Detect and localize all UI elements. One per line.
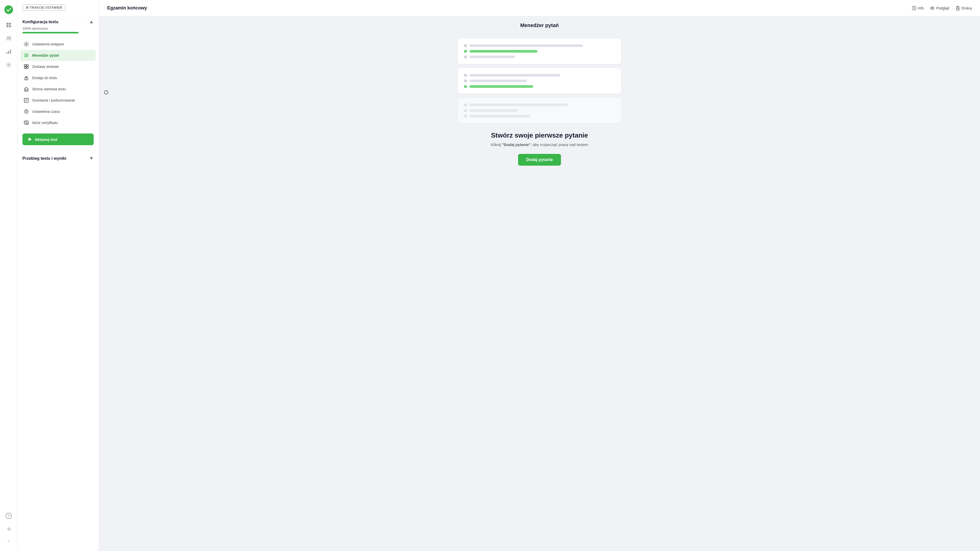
sidebar-item-users[interactable] bbox=[3, 33, 14, 44]
icon-bar: ? » bbox=[0, 0, 18, 551]
nav-item-start-page[interactable]: Strona startowa testu bbox=[21, 83, 96, 95]
eye-icon bbox=[930, 6, 935, 10]
sidebar-item-grid[interactable] bbox=[3, 19, 14, 30]
sidebar: W TRAKCIE USTAWIEŃ Konfiguracja testu ▲ … bbox=[18, 0, 99, 551]
section1-title: Konfiguracja testu bbox=[22, 20, 58, 24]
svg-point-26 bbox=[26, 79, 27, 80]
ph-dot-6 bbox=[464, 109, 467, 112]
sidebar-item-help[interactable]: ? bbox=[3, 510, 14, 521]
clock-icon bbox=[24, 109, 29, 114]
topbar: Egzamin końcowy Info Podgląd bbox=[99, 0, 980, 16]
placeholder-card-1 bbox=[458, 38, 621, 64]
section1-header[interactable]: Konfiguracja testu ▲ bbox=[18, 19, 99, 24]
ph-line-green-1 bbox=[469, 50, 538, 53]
svg-point-41 bbox=[932, 7, 933, 9]
ph-dot-green-2 bbox=[464, 85, 467, 88]
svg-rect-28 bbox=[24, 98, 28, 102]
add-question-button[interactable]: Dodaj pytanie bbox=[518, 154, 561, 166]
ph-line-3 bbox=[469, 74, 560, 76]
ph-line-6 bbox=[469, 109, 518, 112]
svg-text:?: ? bbox=[7, 514, 10, 518]
svg-rect-3 bbox=[6, 25, 8, 27]
sidebar-item-settings[interactable] bbox=[3, 59, 14, 70]
collapse-icon[interactable]: » bbox=[6, 537, 12, 545]
print-icon bbox=[956, 6, 960, 10]
section2-header[interactable]: Przebieg testu i wyniki ▼ bbox=[18, 151, 99, 163]
lock-icon bbox=[24, 75, 29, 81]
info-label: Info bbox=[918, 6, 924, 10]
desc-bold: "Dodaj pytanie" bbox=[502, 142, 531, 147]
grid-icon bbox=[24, 64, 29, 69]
ph-line-1 bbox=[469, 45, 583, 47]
svg-rect-4 bbox=[9, 25, 11, 27]
progress-area: 100% ukończono bbox=[18, 24, 99, 38]
progress-bar-bg bbox=[22, 32, 79, 33]
status-badge: W TRAKCIE USTAWIEŃ bbox=[22, 5, 65, 11]
svg-marker-36 bbox=[29, 137, 32, 141]
section2-toggle[interactable]: ▼ bbox=[89, 156, 94, 161]
nav-item-grading[interactable]: Ocenianie i podsumowanie bbox=[21, 95, 96, 106]
info-icon bbox=[912, 6, 916, 10]
center-area: Stwórz swoje pierwsze pytanie Kliknij "D… bbox=[99, 32, 980, 551]
activate-test-button[interactable]: Aktywuj test bbox=[22, 134, 94, 145]
nav-label-test-access: Dostęp do testu bbox=[32, 76, 57, 80]
nav-label-start-page: Strona startowa testu bbox=[32, 87, 66, 91]
section2-title: Przebieg testu i wyniki bbox=[22, 156, 66, 161]
svg-point-40 bbox=[931, 7, 934, 10]
sidebar-header: W TRAKCIE USTAWIEŃ bbox=[18, 0, 99, 18]
ph-line-5 bbox=[469, 104, 568, 106]
svg-point-18 bbox=[25, 54, 26, 55]
print-label: Drukuj bbox=[962, 6, 972, 10]
svg-rect-2 bbox=[9, 23, 11, 25]
empty-state-description: Kliknij "Dodaj pytanie", aby rozpocząć p… bbox=[491, 142, 588, 147]
page-header: Menedżer pytań bbox=[99, 16, 980, 32]
sidebar-item-back[interactable] bbox=[3, 524, 14, 535]
ph-dot-3 bbox=[464, 74, 467, 77]
svg-rect-42 bbox=[956, 9, 959, 10]
svg-point-14 bbox=[25, 43, 27, 45]
nav-label-question-manager: Menedżer pytań bbox=[32, 53, 59, 57]
preview-action[interactable]: Podgląd bbox=[930, 6, 949, 10]
nav-item-test-access[interactable]: Dostęp do testu bbox=[21, 72, 96, 83]
section1-toggle[interactable]: ▲ bbox=[89, 19, 94, 24]
placeholder-cards bbox=[458, 38, 621, 123]
svg-rect-1 bbox=[6, 23, 8, 25]
ph-dot-green-1 bbox=[464, 50, 467, 53]
print-action[interactable]: Drukuj bbox=[956, 6, 972, 10]
svg-rect-8 bbox=[8, 51, 9, 54]
nav-item-initial-settings[interactable]: Ustawienia wstępne bbox=[21, 38, 96, 50]
nav-item-certificate[interactable]: Wzór certyfikatu bbox=[21, 117, 96, 128]
svg-point-39 bbox=[914, 7, 915, 7]
svg-rect-27 bbox=[25, 89, 27, 91]
ph-dot-4 bbox=[464, 80, 467, 83]
placeholder-card-3 bbox=[458, 98, 621, 123]
play-icon bbox=[27, 137, 32, 142]
info-action[interactable]: Info bbox=[912, 6, 924, 10]
svg-rect-24 bbox=[27, 67, 28, 68]
svg-rect-23 bbox=[24, 67, 26, 68]
sidebar-item-analytics[interactable] bbox=[3, 46, 14, 57]
certificate-icon bbox=[24, 120, 29, 126]
svg-point-0 bbox=[4, 5, 13, 14]
page-area: Menedżer pytań bbox=[99, 16, 980, 551]
main-content: Egzamin końcowy Info Podgląd bbox=[99, 0, 980, 551]
activate-btn-label: Aktywuj test bbox=[35, 137, 57, 142]
nav-item-question-manager[interactable]: Menedżer pytań bbox=[21, 50, 96, 61]
nav-label-grading: Ocenianie i podsumowanie bbox=[32, 98, 75, 102]
logo[interactable] bbox=[3, 4, 14, 15]
page-title: Menedżer pytań bbox=[111, 22, 968, 28]
nav-label-initial-settings: Ustawienia wstępne bbox=[32, 42, 64, 46]
nav-items: Ustawienia wstępne Menedżer pytań bbox=[18, 38, 99, 129]
svg-point-19 bbox=[27, 55, 27, 56]
svg-rect-43 bbox=[957, 6, 959, 7]
svg-rect-9 bbox=[10, 49, 11, 54]
empty-state-title: Stwórz swoje pierwsze pytanie bbox=[491, 131, 588, 139]
progress-label: 100% ukończono bbox=[22, 27, 94, 30]
nav-item-test-sets[interactable]: Zestawy testowe bbox=[21, 61, 96, 72]
svg-rect-21 bbox=[24, 65, 26, 66]
nav-label-test-sets: Zestawy testowe bbox=[32, 65, 59, 68]
ph-dot-2 bbox=[464, 56, 467, 59]
settings-icon bbox=[24, 41, 29, 47]
topbar-actions: Info Podgląd Drukuj bbox=[912, 6, 972, 10]
nav-item-time-settings[interactable]: Ustawienia czasu bbox=[21, 106, 96, 117]
